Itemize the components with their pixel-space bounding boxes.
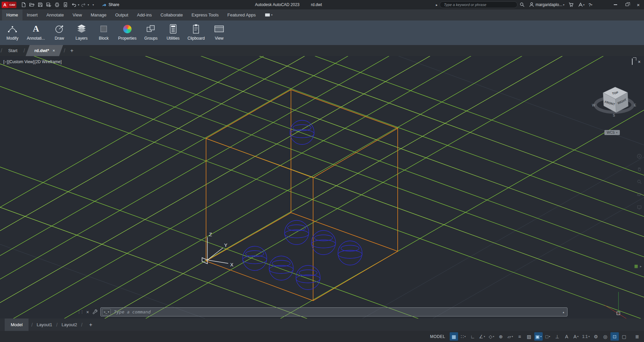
- command-input-field[interactable]: >_▾ ▴: [100, 307, 567, 316]
- ribbon-panel-groups[interactable]: Groups: [140, 20, 162, 45]
- view-control[interactable]: [Custom View]: [8, 59, 34, 64]
- tab-layout1[interactable]: Layout1: [35, 322, 53, 327]
- ribbon-panel-block[interactable]: Block: [93, 20, 115, 45]
- new-layout-button[interactable]: +: [89, 322, 92, 328]
- osnap-tracking-toggle[interactable]: ⊕: [497, 332, 505, 341]
- ribbon-panel-properties[interactable]: Properties: [115, 20, 140, 45]
- app-menu-button[interactable]: A CAD: [2, 2, 16, 8]
- ribbon-panel-clipboard[interactable]: Clipboard: [184, 20, 208, 45]
- viewport-restore-button[interactable]: [632, 59, 633, 65]
- isolate-objects-button[interactable]: ◎: [601, 332, 609, 341]
- export-button[interactable]: [61, 1, 69, 9]
- save-as-button[interactable]: [44, 1, 53, 9]
- close-tab-icon[interactable]: ×: [52, 48, 55, 53]
- model-space-label[interactable]: MODEL: [430, 334, 445, 339]
- ribbon-panel-draw[interactable]: Draw: [48, 20, 70, 45]
- autoscale-caret-icon[interactable]: ▾: [577, 335, 579, 338]
- orbit-icon[interactable]: [637, 192, 642, 199]
- open-drawing-button[interactable]: [28, 1, 36, 9]
- scale-caret-icon[interactable]: ▾: [588, 335, 590, 338]
- tab-insert[interactable]: Insert: [22, 9, 42, 20]
- search-expand-icon[interactable]: ▸: [436, 3, 438, 7]
- file-tab-active-document[interactable]: rd.dwt* ×: [26, 45, 63, 56]
- visual-style-control[interactable]: [2D Wireframe]: [35, 59, 62, 64]
- selection-caret-icon[interactable]: ▾: [540, 335, 542, 338]
- tab-home[interactable]: Home: [2, 9, 22, 20]
- full-navigation-wheel-icon[interactable]: [637, 154, 642, 160]
- close-button[interactable]: ×: [633, 0, 644, 9]
- command-input[interactable]: [114, 309, 559, 314]
- pan-hand-icon[interactable]: [637, 166, 642, 173]
- orange-box-wireframe[interactable]: [206, 90, 398, 301]
- lineweight-toggle[interactable]: ≡: [515, 332, 524, 341]
- new-drawing-button[interactable]: [19, 1, 28, 9]
- osnap-caret-icon[interactable]: ▾: [512, 335, 513, 338]
- command-grip-handle[interactable]: ⋮⋮: [77, 310, 83, 314]
- undo-button[interactable]: [69, 1, 78, 9]
- tab-view[interactable]: View: [68, 9, 86, 20]
- search-input[interactable]: [440, 1, 517, 8]
- object-snap-toggle[interactable]: ▱▾: [506, 332, 514, 341]
- viewport-close-button[interactable]: ×: [638, 59, 641, 64]
- annotation-visibility-toggle[interactable]: A: [562, 332, 571, 341]
- snap-mode-toggle[interactable]: ∷▾: [459, 332, 467, 341]
- qat-customize-button[interactable]: ▾: [89, 1, 97, 9]
- file-tab-start[interactable]: Start: [3, 45, 22, 56]
- ribbon-display-toggle[interactable]: ▾: [262, 9, 276, 20]
- ribbon-panel-layers[interactable]: Layers: [70, 20, 93, 45]
- ribbon-panel-annotation[interactable]: A Annotati...: [23, 20, 48, 45]
- ortho-mode-toggle[interactable]: ∟: [468, 332, 477, 341]
- tab-manage[interactable]: Manage: [86, 9, 111, 20]
- command-close-icon[interactable]: ×: [86, 309, 89, 315]
- store-button[interactable]: [566, 0, 576, 9]
- command-prompt-icon[interactable]: >_▾: [102, 309, 111, 315]
- isodraft-caret-icon[interactable]: ▾: [493, 335, 494, 338]
- customization-menu-button[interactable]: ≣: [633, 332, 641, 341]
- annotation-autoscale-toggle[interactable]: A▾: [572, 332, 580, 341]
- ribbon-panel-modify[interactable]: Modify: [1, 20, 23, 45]
- search-button[interactable]: [517, 0, 527, 9]
- viewcube[interactable]: W S E TOP FRONT RIGHT: [585, 72, 644, 132]
- tab-model[interactable]: Model: [5, 318, 29, 331]
- new-drawing-tab-button[interactable]: +: [66, 45, 78, 56]
- polar-caret-icon[interactable]: ▾: [484, 335, 485, 338]
- 3d-object-snap-toggle[interactable]: □▾: [544, 332, 552, 341]
- ribbon-panel-utilities[interactable]: Utilities: [162, 20, 184, 45]
- save-button[interactable]: [36, 1, 44, 9]
- ucs-icon[interactable]: Z Y X: [202, 232, 234, 267]
- tab-output[interactable]: Output: [111, 9, 133, 20]
- tab-annotate[interactable]: Annotate: [42, 9, 68, 20]
- restore-button[interactable]: [621, 0, 633, 9]
- minimize-button[interactable]: [610, 0, 621, 9]
- drawing-canvas[interactable]: Z Y X: [0, 56, 644, 318]
- isometric-drafting-toggle[interactable]: ◇▾: [487, 332, 496, 341]
- viewcube-cube[interactable]: TOP FRONT RIGHT: [603, 87, 628, 113]
- autodesk-apps-button[interactable]: ▾: [576, 0, 587, 9]
- command-customize-button[interactable]: [92, 309, 97, 315]
- annotation-scale-button[interactable]: 1:1▾: [581, 332, 591, 341]
- account-button[interactable]: margaridaplo... ▾: [527, 0, 566, 9]
- zoom-icon[interactable]: [637, 179, 642, 186]
- viewport-menu-control[interactable]: [−]: [3, 59, 8, 64]
- selection-cycling-toggle[interactable]: ▣▾: [534, 332, 543, 341]
- transparency-toggle[interactable]: ▨: [525, 332, 533, 341]
- grid-mini-icon[interactable]: ▦: [634, 264, 638, 268]
- share-button[interactable]: Share: [101, 2, 119, 7]
- tab-layout2[interactable]: Layout2: [60, 322, 78, 327]
- plot-button[interactable]: [53, 1, 61, 9]
- tab-collaborate[interactable]: Collaborate: [156, 9, 187, 20]
- tab-addins[interactable]: Add-ins: [133, 9, 156, 20]
- recent-commands-icon[interactable]: ▴: [563, 310, 564, 314]
- drawing-viewport[interactable]: Z Y X [−] [Custom View] [2D Wireframe] ×: [0, 56, 644, 318]
- wcs-dropdown[interactable]: WCS ▾: [604, 130, 620, 135]
- polar-tracking-toggle[interactable]: ∠▾: [478, 332, 486, 341]
- clean-screen-toggle[interactable]: ▢: [620, 332, 628, 341]
- dynamic-ucs-toggle[interactable]: ⊥: [553, 332, 561, 341]
- workspace-settings-button[interactable]: ⚙: [592, 332, 600, 341]
- snap-caret-icon[interactable]: ▾: [464, 335, 466, 338]
- redo-button[interactable]: [79, 1, 88, 9]
- play-mini-icon[interactable]: ▸: [640, 264, 642, 268]
- ribbon-panel-view[interactable]: View: [208, 20, 230, 45]
- tab-express-tools[interactable]: Express Tools: [187, 9, 223, 20]
- show-motion-icon[interactable]: [637, 205, 642, 211]
